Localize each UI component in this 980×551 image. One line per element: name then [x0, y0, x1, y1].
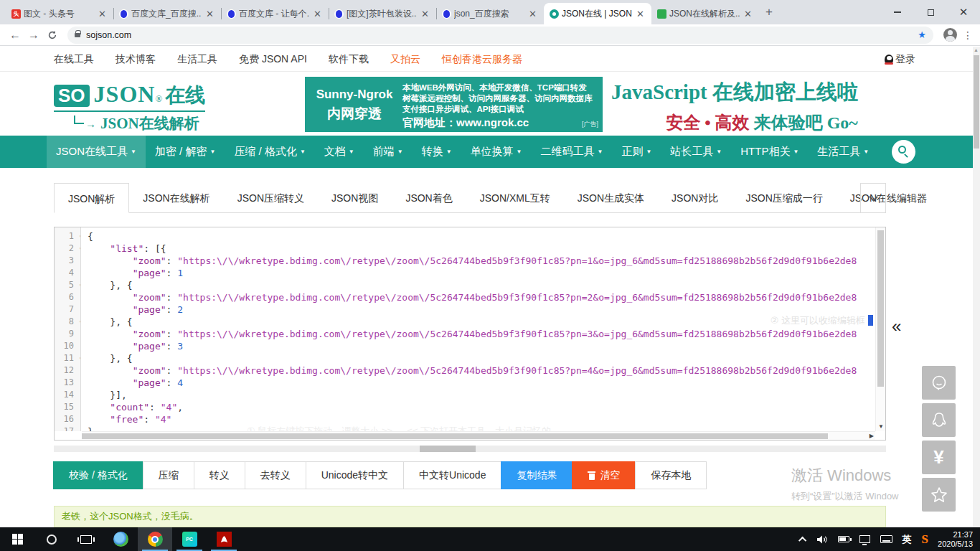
topnav-link[interactable]: 又拍云 [390, 53, 420, 65]
tool-tab[interactable]: JSON在线解析 [129, 183, 223, 212]
tool-tab[interactable]: JSON视图 [318, 183, 392, 212]
page-vscrollbar[interactable]: ▲ [973, 47, 980, 527]
tool-tab[interactable]: JSON在线编辑器 [837, 183, 941, 212]
task-view-button[interactable] [69, 527, 103, 551]
tool-tab[interactable]: JSON对比 [658, 183, 732, 212]
browser-tab[interactable]: json_百度搜索✕ [436, 3, 544, 24]
new-tab-button[interactable]: + [759, 3, 779, 23]
mainnav-item[interactable]: 正则▼ [612, 136, 661, 168]
reload-button[interactable] [43, 26, 62, 44]
collapse-editor-button[interactable]: « [892, 316, 901, 336]
topnav-link[interactable]: 免费 JSON API [239, 53, 307, 65]
tool-tab[interactable]: JSON/XML互转 [466, 183, 564, 212]
page-scroll-up-icon[interactable]: ▲ [974, 47, 979, 52]
mainnav-item[interactable]: 二维码工具▼ [532, 136, 613, 168]
network-button[interactable] [859, 535, 870, 543]
topnav-link[interactable]: 在线工具 [54, 53, 94, 65]
tool-tab[interactable]: JSON压缩成一行 [732, 183, 836, 212]
mainnav-item[interactable]: 单位换算▼ [461, 136, 532, 168]
tab-close-icon[interactable]: ✕ [312, 9, 323, 19]
sogou-input-icon[interactable]: S [922, 532, 928, 547]
fold-arrow-icon[interactable]: ▾ [77, 242, 81, 255]
scroll-right-arrow-icon[interactable]: ▶ [870, 432, 874, 441]
mainnav-item[interactable]: 生活工具▼ [808, 136, 878, 168]
browser-tab[interactable]: JSON在线解析及...✕ [651, 3, 759, 24]
start-button[interactable] [0, 527, 34, 551]
cortana-button[interactable] [34, 527, 69, 551]
maximize-button[interactable] [914, 0, 947, 24]
browser-360-button[interactable] [103, 527, 138, 551]
taskbar-clock[interactable]: 21:37 2020/5/13 [938, 530, 973, 549]
tray-expand-button[interactable] [801, 537, 806, 542]
tab-close-icon[interactable]: ✕ [743, 9, 753, 19]
editor-vscrollbar[interactable]: ▼ [875, 227, 885, 431]
minimize-button[interactable] [881, 0, 914, 24]
browser-tab[interactable]: 百度文库_百度搜...✕ [113, 3, 221, 24]
feedback-button[interactable] [922, 366, 956, 400]
login-link[interactable]: 登录 [885, 47, 915, 72]
profile-avatar[interactable] [943, 28, 957, 42]
editor-vscroll-thumb[interactable] [877, 230, 884, 387]
mainnav-item[interactable]: 文档▼ [315, 136, 364, 168]
acrobat-taskbar-button[interactable] [207, 527, 241, 551]
mainnav-item[interactable]: 站长工具▼ [661, 136, 731, 168]
tool-tab[interactable]: JSON生成实体 [564, 183, 658, 212]
browser-tab[interactable]: 百度文库 - 让每个...✕ [221, 3, 329, 24]
mainnav-item[interactable]: 转换▼ [413, 136, 461, 168]
fold-arrow-icon[interactable]: ▾ [77, 352, 81, 364]
tool-tab[interactable]: JSON着色 [392, 183, 466, 212]
volume-button[interactable] [816, 534, 828, 545]
fold-arrow-icon[interactable]: ▾ [77, 230, 81, 242]
browser-tab[interactable]: 头图文 - 头条号✕ [6, 3, 113, 24]
json-editor[interactable]: 1▾2▾345▾678▾91011▾121314151617 { "list":… [54, 227, 886, 441]
tab-close-icon[interactable]: ✕ [204, 9, 215, 19]
mainnav-item[interactable]: JSON在线工具▼ [47, 136, 146, 168]
fold-arrow-icon[interactable]: ▾ [77, 316, 81, 328]
js-encrypt-promo[interactable]: JavaScript 在线加密上线啦 安全 • 高效 来体验吧 Go~ [611, 78, 913, 134]
close-button[interactable]: ✕ [947, 0, 980, 24]
action-button-去转义[interactable]: 去转义 [245, 461, 306, 489]
topnav-link[interactable]: 技术博客 [116, 53, 156, 65]
browser-tab[interactable]: [图文]茶叶包装设...✕ [329, 3, 436, 24]
tab-close-icon[interactable]: ✕ [97, 9, 108, 19]
action-button-保存本地[interactable]: 保存本地 [635, 461, 707, 489]
action-button-压缩[interactable]: 压缩 [143, 461, 194, 489]
fold-arrow-icon[interactable]: ▾ [77, 279, 81, 291]
action-button-中文转Unicode[interactable]: 中文转Unicode [403, 461, 501, 489]
action-button-Unicode转中文[interactable]: Unicode转中文 [306, 461, 404, 489]
action-button-清空[interactable]: 清空 [572, 461, 636, 489]
chrome-taskbar-button[interactable] [138, 527, 172, 551]
mainnav-item[interactable]: 加密 / 解密▼ [146, 136, 225, 168]
topnav-link[interactable]: 软件下载 [329, 53, 369, 65]
pycharm-taskbar-button[interactable]: PC [172, 527, 207, 551]
favorite-button[interactable] [922, 478, 956, 512]
tab-close-icon[interactable]: ✕ [527, 9, 538, 19]
donate-button[interactable]: ¥ [922, 441, 956, 474]
page-vscroll-thumb[interactable] [974, 55, 979, 149]
forward-button[interactable]: → [24, 26, 43, 44]
tool-tab[interactable]: JSON压缩转义 [224, 183, 318, 212]
topnav-link[interactable]: 生活工具 [177, 53, 217, 65]
resize-scroll-strip[interactable] [54, 446, 886, 452]
search-button[interactable] [892, 140, 915, 164]
mainnav-item[interactable]: HTTP相关▼ [731, 136, 808, 168]
action-button-转义[interactable]: 转义 [194, 461, 245, 489]
action-button-校验 / 格式化[interactable]: 校验 / 格式化 [53, 461, 143, 489]
touch-keyboard-button[interactable] [880, 535, 892, 543]
bookmark-star-icon[interactable]: ★ [918, 29, 926, 40]
ime-indicator[interactable]: 英 [903, 533, 912, 546]
address-bar[interactable]: sojson.com ★ [67, 27, 933, 44]
editor-hscrollbar[interactable]: ▶ [82, 431, 875, 440]
mainnav-item[interactable]: 压缩 / 格式化▼ [225, 136, 314, 168]
tab-close-icon[interactable]: ✕ [635, 9, 646, 19]
qq-contact-button[interactable] [922, 403, 956, 437]
tab-close-icon[interactable]: ✕ [420, 9, 430, 19]
tool-tab[interactable]: JSON解析 [54, 183, 129, 213]
site-logo[interactable]: SO JSON ® 在线 → JSON在线解析 [54, 81, 205, 133]
scroll-down-arrow-icon[interactable]: ▼ [878, 423, 884, 430]
topnav-link[interactable]: 恒创香港云服务器 [442, 53, 522, 65]
mainnav-item[interactable]: 前端▼ [364, 136, 413, 168]
action-button-复制结果[interactable]: 复制结果 [501, 461, 573, 489]
ngrok-ad-banner[interactable]: Sunny-Ngrok 内网穿透 本地WEB外网访问、本地开发微信、TCP端口转… [305, 77, 603, 132]
editor-hscroll-thumb[interactable] [82, 433, 828, 439]
